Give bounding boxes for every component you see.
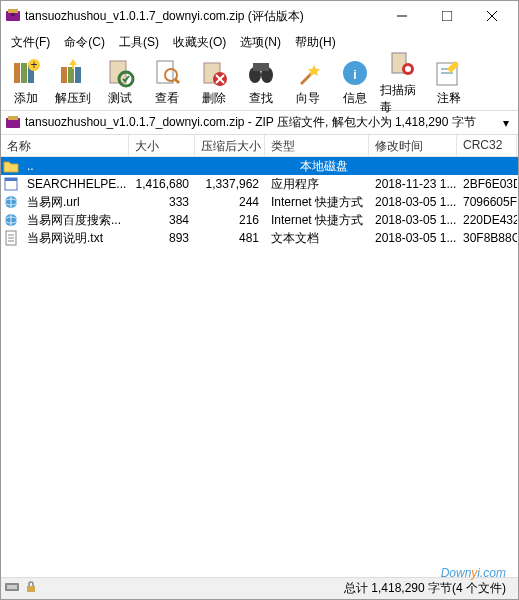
file-icon [3, 194, 19, 210]
col-crc[interactable]: CRC32 [457, 135, 517, 156]
file-size: 384 [129, 213, 195, 227]
file-size: 893 [129, 231, 195, 245]
window-controls [379, 2, 514, 30]
file-crc: 30F8B88C [457, 231, 517, 245]
info-button[interactable]: i信息 [332, 55, 378, 109]
window-title: tansuozhushou_v1.0.1.7_downyi.com.zip (评… [25, 8, 379, 25]
menu-help[interactable]: 帮助(H) [289, 32, 342, 53]
svg-rect-14 [75, 67, 81, 83]
comment-button[interactable]: 注释 [426, 55, 472, 109]
svg-rect-2 [11, 13, 15, 16]
col-size[interactable]: 大小 [129, 135, 195, 156]
svg-rect-37 [8, 116, 18, 120]
svg-line-19 [175, 79, 179, 83]
path-dropdown-icon[interactable]: ▾ [498, 116, 514, 130]
info-icon: i [339, 57, 371, 89]
file-packed: 1,337,962 [195, 177, 265, 191]
view-button[interactable]: 查看 [144, 55, 190, 109]
col-type[interactable]: 类型 [265, 135, 369, 156]
delete-icon [198, 57, 230, 89]
file-date: 2018-03-05 1... [369, 231, 457, 245]
menu-bar: 文件(F) 命令(C) 工具(S) 收藏夹(O) 选项(N) 帮助(H) [1, 31, 518, 53]
file-date: 2018-03-05 1... [369, 213, 457, 227]
minimize-button[interactable] [379, 2, 424, 30]
books-extract-icon [57, 57, 89, 89]
status-text: 总计 1,418,290 字节(4 个文件) [344, 580, 514, 597]
svg-rect-26 [253, 63, 269, 71]
svg-rect-13 [68, 67, 74, 83]
books-add-icon: + [10, 57, 42, 89]
app-icon [5, 8, 21, 24]
status-lock-icon [25, 581, 37, 596]
file-name: 当易网说明.txt [21, 230, 129, 247]
menu-options[interactable]: 选项(N) [234, 32, 287, 53]
svg-rect-12 [61, 67, 67, 83]
file-size: 1,416,680 [129, 177, 195, 191]
file-type: 本地磁盘 [129, 158, 518, 175]
file-list[interactable]: ..本地磁盘SEARCHHELPE...1,416,6801,337,962应用… [1, 157, 518, 559]
file-packed: 481 [195, 231, 265, 245]
svg-rect-4 [442, 11, 452, 21]
view-icon [151, 57, 183, 89]
svg-text:i: i [353, 68, 356, 82]
file-name: .. [21, 159, 129, 173]
file-date: 2018-11-23 1... [369, 177, 457, 191]
file-type: 文本文档 [265, 230, 369, 247]
file-crc: 220DE432 [457, 213, 517, 227]
file-icon [3, 158, 19, 174]
scan-button[interactable]: 扫描病毒 [379, 55, 425, 109]
menu-favorites[interactable]: 收藏夹(O) [167, 32, 232, 53]
file-name: 当易网.url [21, 194, 129, 211]
path-text: tansuozhushou_v1.0.1.7_downyi.com.zip - … [25, 114, 498, 131]
file-type: Internet 快捷方式 [265, 194, 369, 211]
comment-icon [433, 57, 465, 89]
file-row[interactable]: 当易网百度搜索...384216Internet 快捷方式2018-03-05 … [1, 211, 518, 229]
status-bar: 总计 1,418,290 字节(4 个文件) [1, 577, 518, 599]
wizard-icon [292, 57, 324, 89]
file-packed: 244 [195, 195, 265, 209]
svg-rect-51 [7, 585, 17, 589]
file-name: SEARCHHELPE... [21, 177, 129, 191]
status-disk-icon [5, 581, 21, 596]
extract-button[interactable]: 解压到 [50, 55, 96, 109]
file-icon [3, 230, 19, 246]
svg-rect-52 [27, 586, 35, 592]
binoculars-icon [245, 57, 277, 89]
file-size: 333 [129, 195, 195, 209]
file-icon [3, 212, 19, 228]
list-header: 名称 大小 压缩后大小 类型 修改时间 CRC32 [1, 135, 518, 157]
maximize-button[interactable] [424, 2, 469, 30]
find-button[interactable]: 查找 [238, 55, 284, 109]
svg-rect-39 [5, 178, 17, 181]
svg-rect-1 [8, 9, 18, 13]
menu-command[interactable]: 命令(C) [58, 32, 111, 53]
file-date: 2018-03-05 1... [369, 195, 457, 209]
wizard-button[interactable]: 向导 [285, 55, 331, 109]
title-bar: tansuozhushou_v1.0.1.7_downyi.com.zip (评… [1, 1, 518, 31]
file-type: Internet 快捷方式 [265, 212, 369, 229]
add-button[interactable]: +添加 [3, 55, 49, 109]
test-button[interactable]: 测试 [97, 55, 143, 109]
col-date[interactable]: 修改时间 [369, 135, 457, 156]
col-name[interactable]: 名称 [1, 135, 129, 156]
file-row[interactable]: ..本地磁盘 [1, 157, 518, 175]
svg-rect-8 [21, 63, 27, 83]
test-icon [104, 57, 136, 89]
file-row[interactable]: 当易网.url333244Internet 快捷方式2018-03-05 1..… [1, 193, 518, 211]
file-row[interactable]: 当易网说明.txt893481文本文档2018-03-05 1...30F8B8… [1, 229, 518, 247]
file-packed: 216 [195, 213, 265, 227]
file-icon [3, 176, 19, 192]
virus-scan-icon [386, 49, 418, 81]
file-crc: 7096605F [457, 195, 517, 209]
svg-point-32 [405, 66, 411, 72]
col-packed[interactable]: 压缩后大小 [195, 135, 265, 156]
file-crc: 2BF6E03D [457, 177, 517, 191]
path-bar[interactable]: tansuozhushou_v1.0.1.7_downyi.com.zip - … [1, 111, 518, 135]
menu-file[interactable]: 文件(F) [5, 32, 56, 53]
close-button[interactable] [469, 2, 514, 30]
menu-tools[interactable]: 工具(S) [113, 32, 165, 53]
delete-button[interactable]: 删除 [191, 55, 237, 109]
file-row[interactable]: SEARCHHELPE...1,416,6801,337,962应用程序2018… [1, 175, 518, 193]
archive-icon [5, 115, 21, 131]
svg-text:+: + [30, 58, 37, 72]
